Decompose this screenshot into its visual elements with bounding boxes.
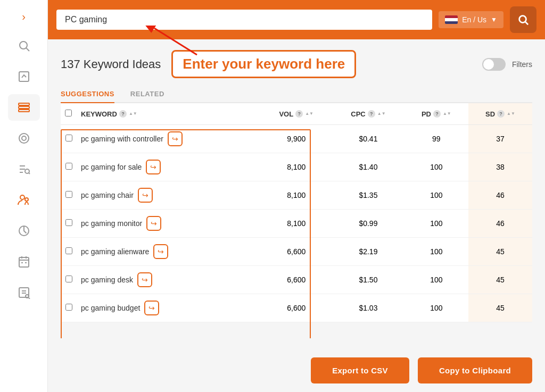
row-checkbox-cell	[61, 266, 77, 294]
sd-cell: 45	[468, 266, 532, 294]
row-checkbox-cell	[61, 238, 77, 266]
table-row: pc gaming desk ↪ 6,600 $1.50 100 45	[61, 266, 532, 294]
svg-point-25	[26, 295, 29, 298]
row-checkbox[interactable]	[65, 191, 72, 198]
sidebar-item-chart[interactable]	[8, 63, 40, 90]
keyword-info-icon[interactable]: ?	[119, 110, 127, 118]
svg-point-0	[20, 41, 27, 49]
chevron-down-icon: ▼	[491, 16, 497, 23]
tabs: SUGGESTIONS RELATED	[61, 86, 532, 103]
row-checkbox[interactable]	[65, 135, 72, 141]
keyword-table: KEYWORD ? ▲▼ VOL ? ▲▼	[61, 103, 532, 322]
top-row: 137 Keyword Ideas Enter your keyword her…	[61, 50, 532, 78]
sidebar-item-keywords[interactable]	[8, 94, 40, 121]
svg-point-6	[19, 134, 29, 143]
row-checkbox-cell	[61, 294, 77, 322]
sd-info-icon[interactable]: ?	[497, 110, 505, 118]
svg-point-14	[25, 198, 28, 201]
keyword-text: pc gaming alienware	[81, 247, 149, 256]
select-all-checkbox[interactable]	[65, 110, 72, 116]
pd-cell: 100	[404, 294, 468, 322]
copy-clipboard-button[interactable]: Copy to Clipboard	[418, 357, 532, 383]
toggle-knob	[483, 59, 494, 70]
pd-cell: 100	[404, 210, 468, 238]
header: En / Us ▼	[48, 0, 545, 39]
vol-sort-arrows[interactable]: ▲▼	[305, 112, 313, 116]
sd-cell: 45	[468, 238, 532, 266]
sidebar-item-users[interactable]	[8, 187, 40, 213]
language-label: En / Us	[462, 15, 486, 24]
table-row: pc gaming with controller ↪ 9,900 $0.41 …	[61, 125, 532, 153]
svg-rect-16	[19, 257, 29, 267]
cpc-cell: $1.03	[332, 294, 404, 322]
keyword-text: pc gaming budget	[81, 304, 140, 312]
keyword-text: pc gaming for sale	[81, 163, 142, 171]
row-checkbox-cell	[61, 181, 77, 210]
row-checkbox[interactable]	[65, 163, 72, 170]
sidebar-item-search[interactable]	[8, 32, 40, 59]
sidebar-item-storage[interactable]	[8, 125, 40, 152]
row-checkbox[interactable]	[65, 247, 72, 254]
pd-sort-arrows[interactable]: ▲▼	[443, 112, 451, 116]
keyword-navigate-button[interactable]: ↪	[168, 131, 183, 146]
keyword-navigate-button[interactable]: ↪	[146, 160, 161, 174]
keyword-count: 137 Keyword Ideas	[61, 57, 161, 71]
keyword-text: pc gaming desk	[81, 276, 133, 284]
sd-cell: 38	[468, 153, 532, 181]
keyword-sort-arrows[interactable]: ▲▼	[129, 112, 137, 116]
svg-rect-4	[19, 106, 29, 109]
vol-cell: 6,600	[260, 266, 332, 294]
pd-column-header: PD ? ▲▼	[404, 103, 468, 125]
export-csv-button[interactable]: Export to CSV	[311, 357, 409, 383]
cpc-info-icon[interactable]: ?	[368, 110, 375, 118]
keyword-navigate-button[interactable]: ↪	[144, 301, 159, 315]
table-row: pc gaming for sale ↪ 8,100 $1.40 100 38	[61, 153, 532, 181]
sidebar-collapse-button[interactable]: ›	[16, 5, 31, 28]
sidebar-item-analytics[interactable]	[8, 218, 40, 244]
table-row: pc gaming monitor ↪ 8,100 $0.99 100 46	[61, 210, 532, 238]
svg-line-30	[525, 22, 528, 24]
sidebar-item-calendar[interactable]	[8, 248, 40, 275]
vol-cell: 8,100	[260, 181, 332, 210]
svg-rect-2	[19, 72, 29, 81]
cpc-cell: $1.50	[332, 266, 404, 294]
pd-cell: 100	[404, 153, 468, 181]
keyword-navigate-button[interactable]: ↪	[138, 188, 153, 203]
vol-info-icon[interactable]: ?	[295, 110, 303, 118]
tab-related[interactable]: RELATED	[130, 86, 164, 102]
language-selector[interactable]: En / Us ▼	[439, 11, 503, 28]
sidebar-item-results[interactable]	[8, 279, 40, 306]
keyword-text: pc gaming monitor	[81, 219, 142, 228]
toggle-switch[interactable]	[482, 58, 506, 71]
row-checkbox[interactable]	[65, 304, 72, 311]
search-button[interactable]	[510, 6, 536, 33]
svg-line-1	[26, 48, 29, 52]
pd-cell: 100	[404, 238, 468, 266]
keyword-navigate-button[interactable]: ↪	[146, 216, 161, 231]
keyword-cell: pc gaming chair ↪	[77, 181, 260, 210]
table-wrapper: KEYWORD ? ▲▼ VOL ? ▲▼	[61, 103, 532, 338]
search-input[interactable]	[56, 10, 432, 30]
keyword-navigate-button[interactable]: ↪	[153, 244, 168, 259]
keyword-navigate-button[interactable]: ↪	[137, 272, 152, 287]
main-content: En / Us ▼ 137 Keyword Ideas Enter your k…	[48, 0, 545, 392]
tab-suggestions[interactable]: SUGGESTIONS	[61, 86, 114, 103]
sd-cell: 45	[468, 294, 532, 322]
svg-rect-5	[19, 110, 29, 112]
row-checkbox[interactable]	[65, 276, 72, 282]
cpc-cell: $1.35	[332, 181, 404, 210]
keyword-cell: pc gaming alienware ↪	[77, 238, 260, 266]
pd-info-icon[interactable]: ?	[433, 110, 441, 118]
row-checkbox[interactable]	[65, 219, 72, 226]
svg-rect-3	[19, 103, 29, 105]
sidebar-item-list-search[interactable]	[8, 156, 40, 182]
content-area: 137 Keyword Ideas Enter your keyword her…	[48, 39, 545, 349]
callout-box: Enter your keyword here	[171, 50, 356, 78]
cpc-sort-arrows[interactable]: ▲▼	[377, 112, 386, 116]
vol-cell: 8,100	[260, 153, 332, 181]
filters-button[interactable]: Filters	[512, 60, 532, 69]
svg-line-26	[29, 298, 30, 299]
svg-point-7	[22, 136, 26, 140]
pd-cell: 100	[404, 266, 468, 294]
sd-sort-arrows[interactable]: ▲▼	[507, 112, 515, 116]
